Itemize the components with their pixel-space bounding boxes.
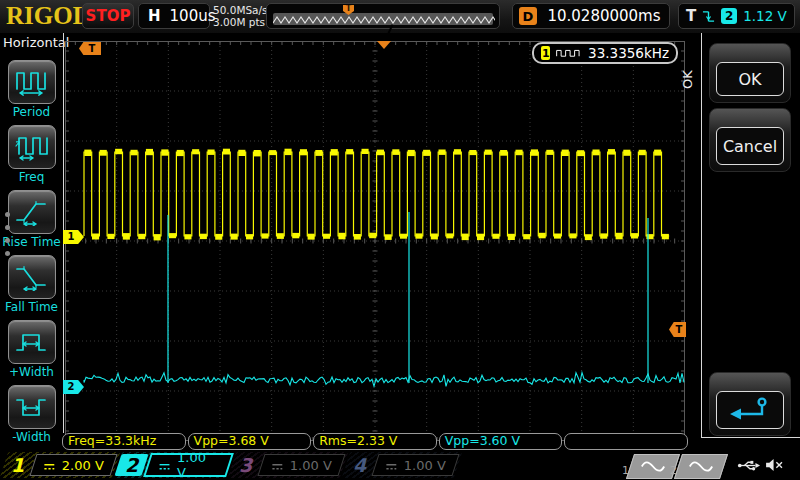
trigger-offscreen-left-flag-icon: T — [79, 42, 101, 55]
square-wave-icon — [556, 47, 582, 59]
menu-item-freq[interactable]: Freq — [0, 125, 63, 184]
menu-scroll-dot-icon — [5, 212, 10, 217]
sample-rate: 50.0MSa/s — [213, 4, 268, 16]
falling-edge-icon — [702, 9, 715, 24]
menu-title: Horizontal — [0, 33, 63, 50]
freq-icon — [8, 125, 56, 169]
frequency-counter-badge: 1 33.3356kHz — [532, 42, 678, 64]
counter-value: 33.3356kHz — [588, 45, 669, 61]
rigol-logo: RIGOL — [6, 2, 89, 30]
period-icon — [8, 60, 56, 104]
channel-scale-box: 1.00 V — [258, 454, 346, 476]
channel-status-bar: 12.00 V21.00 V31.00 V41.00 V12 — [0, 451, 800, 480]
timebase-value: 100us — [170, 7, 216, 25]
memory-waveform-icon — [273, 13, 495, 28]
top-bar: RIGOL STOP H 100us 50.0MSa/s 3.00M pts T… — [0, 0, 800, 33]
menu-scroll-dot-icon — [5, 238, 10, 243]
menu-item-label: Fall Time — [0, 300, 63, 314]
measurement-vpp: Vpp=3.68 V — [188, 433, 312, 450]
channel-number: 2 — [125, 454, 138, 476]
memory-window-strip — [273, 13, 493, 25]
measurement-freq: Freq=33.3kHz — [62, 433, 186, 450]
dc-coupling-icon — [271, 456, 284, 475]
measurement-bar: Freq=33.3kHzVpp=3.68 VRms=2.33 VVpp=3.60… — [62, 433, 688, 450]
channel-scale: 2.00 V — [62, 458, 104, 473]
menu-scroll-dot-icon — [5, 225, 10, 230]
right-menu-bottom-line — [701, 437, 800, 438]
channel-number: 3 — [239, 454, 252, 476]
menu-item-label: -Width — [0, 430, 63, 444]
measurement-rms: Rms=2.33 V — [313, 433, 437, 450]
channel-scale: 1.00 V — [404, 458, 446, 473]
delay-value: 10.0280000ms — [545, 7, 663, 25]
rise-time-icon — [8, 190, 56, 234]
counter-source-badge: 1 — [541, 46, 550, 60]
channel-number: 1 — [11, 454, 24, 476]
return-arrow-icon — [716, 391, 784, 429]
oscilloscope-screen: RIGOL STOP H 100us 50.0MSa/s 3.00M pts T… — [0, 0, 800, 480]
dc-coupling-icon — [158, 456, 171, 475]
measurement-vpp: Vpp=3.60 V — [439, 433, 563, 450]
trigger-source-badge: 2 — [721, 8, 737, 24]
waveform-memory-preview: T — [266, 3, 500, 29]
menu-item-period[interactable]: Period — [0, 60, 63, 119]
speaker-muted-icon — [765, 458, 784, 472]
right-menu-divider — [701, 33, 702, 437]
trigger-label: T — [686, 7, 696, 25]
channel-number: 4 — [353, 454, 366, 476]
fall-time-icon — [8, 255, 56, 299]
channel-scale: 1.00 V — [290, 458, 332, 473]
measurement-empty — [564, 433, 688, 450]
menu-item-width[interactable]: +Width — [0, 320, 63, 379]
ok-button[interactable]: OK — [709, 43, 791, 103]
dc-coupling-icon — [385, 456, 398, 475]
minus-width-icon — [8, 385, 56, 429]
acquisition-info: 50.0MSa/s 3.00M pts — [213, 4, 268, 28]
run-state-label: STOP — [86, 7, 131, 25]
menu-item-label: Freq — [0, 170, 63, 184]
scope-plot — [65, 41, 685, 441]
channel-scale-box: 1.00 V — [372, 454, 460, 476]
enter-button[interactable] — [709, 372, 791, 436]
run-state-button[interactable]: STOP — [82, 3, 134, 29]
channel-scale: 1.00 V — [177, 450, 219, 480]
menu-item-label: +Width — [0, 365, 63, 379]
channel-3-status[interactable]: 31.00 V — [232, 452, 344, 478]
menu-item-fall-time[interactable]: Fall Time — [0, 255, 63, 314]
cancel-button-label: Cancel — [716, 127, 784, 165]
horizontal-timebase-box[interactable]: H 100us — [138, 3, 210, 29]
channel-scale-box: 2.00 V — [30, 454, 118, 476]
ok-button-label: OK — [716, 62, 784, 96]
usb-icon — [737, 459, 761, 472]
channel-1-status[interactable]: 12.00 V — [4, 452, 116, 478]
trigger-box: T 2 1.12 V — [678, 3, 795, 29]
memory-depth: 3.00M pts — [213, 16, 268, 28]
graticule-area: 1 33.3356kHz — [65, 41, 685, 441]
channel-2-status[interactable]: 21.00 V — [118, 452, 230, 478]
trigger-time-marker-icon — [377, 41, 391, 49]
timebase-label: H — [148, 7, 161, 25]
menu-scroll-dot-icon — [5, 251, 10, 256]
dc-coupling-icon — [43, 456, 56, 475]
delay-badge: D — [519, 7, 537, 25]
trigger-level-value: 1.12 V — [743, 8, 787, 24]
left-menu: Horizontal PeriodFreqRise TimeFall Time+… — [0, 33, 63, 480]
menu-item-label: Period — [0, 105, 63, 119]
cancel-button[interactable]: Cancel — [709, 108, 791, 172]
channel-4-status[interactable]: 41.00 V — [346, 452, 458, 478]
plus-width-icon — [8, 320, 56, 364]
source-2-sine-icon[interactable] — [674, 454, 728, 479]
menu-item-width[interactable]: -Width — [0, 385, 63, 444]
delay-box: D 10.0280000ms — [512, 3, 670, 29]
channel-scale-box: 1.00 V — [143, 453, 234, 477]
menu-tab-label: OK — [680, 62, 698, 98]
